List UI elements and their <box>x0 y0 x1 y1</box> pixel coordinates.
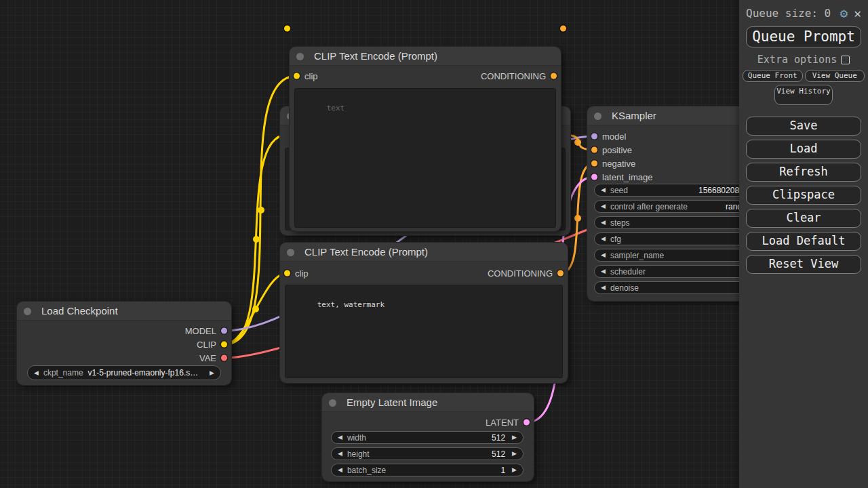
prev-value-arrow-icon[interactable]: ◀ <box>34 370 39 376</box>
decrement-arrow-icon[interactable]: ◀ <box>601 236 606 242</box>
decrement-arrow-icon[interactable]: ◀ <box>338 451 342 457</box>
node-header[interactable]: CLIP Text Encode (Prompt) <box>280 243 568 262</box>
model-input-port[interactable] <box>591 134 597 140</box>
widget-label: cfg <box>610 235 621 244</box>
node-header[interactable]: Empty Latent Image <box>322 393 534 412</box>
batch-size-number-widget[interactable]: ◀ batch_size 1 ▶ <box>331 464 524 476</box>
node-clip-text-encode-negative[interactable]: CLIP Text Encode (Prompt) clip CONDITION… <box>280 243 568 383</box>
increment-arrow-icon[interactable]: ▶ <box>512 467 517 473</box>
comfy-menu-panel: Queue size: 0 ⚙ ✕ Queue Prompt Extra opt… <box>739 0 868 488</box>
conditioning-output-port[interactable] <box>551 73 557 79</box>
prompt-text-field[interactable]: text, watermark <box>285 285 563 378</box>
prev-value-arrow-icon[interactable]: ◀ <box>601 203 606 209</box>
increment-arrow-icon[interactable]: ▶ <box>512 434 517 441</box>
collapse-dot[interactable] <box>329 399 336 407</box>
widget-value: 1 <box>500 466 505 475</box>
decrement-arrow-icon[interactable]: ◀ <box>338 467 342 473</box>
clipspace-button[interactable]: Clipspace <box>746 186 861 205</box>
widget-label: ckpt_name <box>43 368 83 378</box>
positive-input-port[interactable] <box>591 147 597 153</box>
close-icon[interactable]: ✕ <box>854 6 861 20</box>
widget-label: batch_size <box>347 466 386 475</box>
extra-options-row: Extra options <box>739 54 868 66</box>
port-label: CONDITIONING <box>488 268 568 279</box>
conditioning-output-port[interactable] <box>557 270 564 277</box>
node-title: CLIP Text Encode (Prompt) <box>304 246 428 258</box>
widget-label: steps <box>610 218 630 228</box>
collapse-dot[interactable] <box>296 53 304 60</box>
collapse-dot[interactable] <box>24 308 31 315</box>
latent-image-input-port[interactable] <box>591 174 597 180</box>
prev-value-arrow-icon[interactable]: ◀ <box>601 268 606 274</box>
queue-size-label: Queue size: 0 <box>746 7 834 20</box>
collapse-dot[interactable] <box>594 113 601 120</box>
latent-output-port[interactable] <box>524 420 530 426</box>
link-midpoint-dot <box>252 306 259 312</box>
view-history-button[interactable]: View History <box>774 85 833 105</box>
node-graph-canvas[interactable]: be bo CLIP Text Encode (Prompt) clip CON… <box>0 0 868 488</box>
scheduler-combo-widget[interactable]: ◀ scheduler <box>594 265 757 278</box>
queue-front-button[interactable]: Queue Front <box>743 70 803 82</box>
cfg-number-widget[interactable]: ◀ cfg <box>594 232 757 245</box>
placeholder-text: text <box>327 104 345 113</box>
ckpt-name-combo-widget[interactable]: ◀ ckpt_name v1-5-pruned-emaonly-fp16.s… … <box>27 365 221 380</box>
text-line: text, watermark <box>317 300 384 309</box>
link-midpoint-dot <box>574 215 581 222</box>
increment-arrow-icon[interactable]: ▶ <box>512 451 517 457</box>
sampler-name-combo-widget[interactable]: ◀ sampler_name <box>594 249 757 262</box>
decrement-arrow-icon[interactable]: ◀ <box>601 187 606 193</box>
node-empty-latent-image[interactable]: Empty Latent Image LATENT ◀ width 512 ▶ … <box>322 393 534 481</box>
clip-input-port[interactable] <box>284 26 290 32</box>
extra-options-checkbox[interactable] <box>841 56 850 64</box>
decrement-arrow-icon[interactable]: ◀ <box>601 285 606 291</box>
view-queue-button[interactable]: View Queue <box>805 70 865 82</box>
decrement-arrow-icon[interactable]: ◀ <box>601 220 606 226</box>
extra-options-label: Extra options <box>757 54 837 66</box>
width-number-widget[interactable]: ◀ width 512 ▶ <box>331 431 524 444</box>
queue-prompt-button[interactable]: Queue Prompt <box>746 26 861 47</box>
node-load-checkpoint[interactable]: Load Checkpoint MODEL CLIP VAE ◀ ckpt_na… <box>17 302 231 385</box>
clip-input-port[interactable] <box>294 73 300 79</box>
widget-label: seed <box>610 186 628 195</box>
next-value-arrow-icon[interactable]: ▶ <box>210 370 214 376</box>
link-midpoint-dot <box>574 139 581 146</box>
prompt-text-field[interactable]: text <box>294 88 556 228</box>
node-header[interactable]: Load Checkpoint <box>17 302 231 321</box>
conditioning-output-port[interactable] <box>560 26 566 32</box>
collapse-dot[interactable] <box>287 249 294 256</box>
save-button[interactable]: Save <box>746 117 861 136</box>
widget-value: 512 <box>492 433 505 443</box>
widget-label: sampler_name <box>610 251 664 260</box>
node-title: KSampler <box>612 110 656 121</box>
steps-number-widget[interactable]: ◀ steps <box>594 216 757 229</box>
node-title: CLIP Text Encode (Prompt) <box>314 50 437 62</box>
menu-header: Queue size: 0 ⚙ ✕ <box>739 0 868 22</box>
denoise-number-widget[interactable]: ◀ denoise <box>594 281 757 294</box>
refresh-button[interactable]: Refresh <box>746 163 861 182</box>
load-button[interactable]: Load <box>746 140 861 159</box>
height-number-widget[interactable]: ◀ height 512 ▶ <box>331 447 524 460</box>
node-ksampler[interactable]: KSampler model positive negative latent_… <box>587 106 764 301</box>
prev-value-arrow-icon[interactable]: ◀ <box>601 252 606 258</box>
widget-label: height <box>347 449 370 459</box>
node-header[interactable]: CLIP Text Encode (Prompt) <box>290 47 561 66</box>
widget-label: control after generate <box>610 202 688 211</box>
clear-button[interactable]: Clear <box>746 209 861 228</box>
settings-gear-icon[interactable]: ⚙ <box>840 5 848 20</box>
node-header[interactable]: KSampler <box>587 106 764 125</box>
widget-value: 512 <box>492 449 505 459</box>
control-after-generate-widget[interactable]: ◀ control after generate randomize <box>594 200 757 213</box>
queue-buttons-row: Queue Front View Queue <box>743 70 865 82</box>
clip-input-port[interactable] <box>284 270 290 277</box>
decrement-arrow-icon[interactable]: ◀ <box>338 434 342 441</box>
model-output-port[interactable] <box>221 328 227 334</box>
widget-value: v1-5-pruned-emaonly-fp16.s… <box>87 368 198 378</box>
node-clip-text-encode-top[interactable]: CLIP Text Encode (Prompt) clip CONDITION… <box>290 47 561 231</box>
clip-output-port[interactable] <box>221 342 227 348</box>
reset-view-button[interactable]: Reset View <box>746 255 861 274</box>
load-default-button[interactable]: Load Default <box>746 232 861 251</box>
seed-number-widget[interactable]: ◀ seed 15668020871 <box>594 184 757 197</box>
negative-input-port[interactable] <box>591 161 597 167</box>
vae-output-port[interactable] <box>221 355 227 361</box>
link-midpoint-dot <box>253 236 260 243</box>
